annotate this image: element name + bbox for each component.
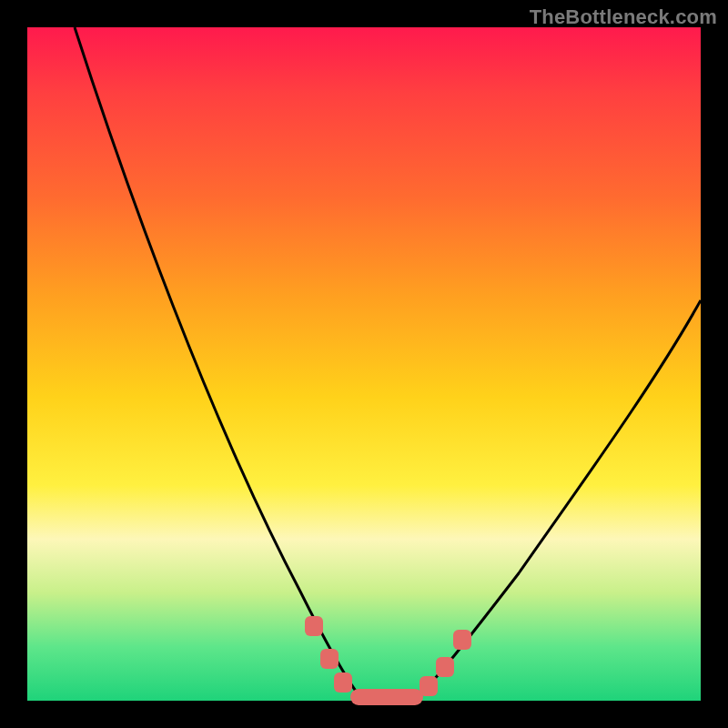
gradient-plot-area	[27, 27, 701, 701]
curve-marker	[453, 630, 471, 650]
curve-marker	[436, 657, 454, 677]
watermark-text: TheBottleneck.com	[530, 5, 717, 29]
bottleneck-curve	[27, 27, 701, 701]
curve-marker	[320, 649, 339, 669]
curve-marker	[334, 672, 352, 693]
chart-frame: TheBottleneck.com	[0, 0, 728, 728]
curve-marker	[420, 676, 438, 696]
curve-left-branch	[75, 27, 359, 696]
curve-marker	[305, 616, 323, 636]
curve-floor-marker	[350, 689, 423, 705]
